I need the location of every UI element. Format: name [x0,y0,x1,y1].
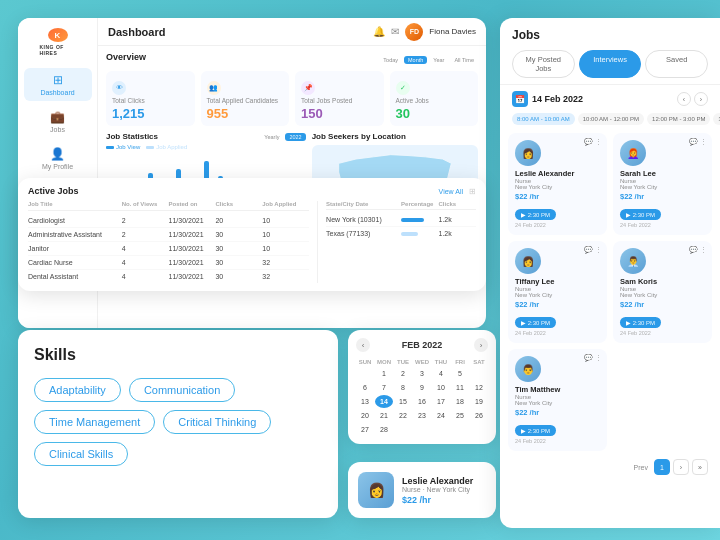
chart-legend: Job View Job Applied [106,144,306,150]
tab-interviews[interactable]: Interviews [579,50,642,78]
date-prev-btn[interactable]: ‹ [677,92,691,106]
card-time-btn[interactable]: ▶ 2:30 PM [620,317,661,328]
cal-day-5[interactable]: 5 [451,367,469,380]
clicks-value: 1,215 [112,106,189,121]
job-stats-header: Job Statistics Yearly 2022 [106,132,306,141]
skill-adaptability[interactable]: Adaptability [34,378,121,402]
time-slot-4[interactable]: 3:00 PM + [713,113,720,125]
cal-day-24[interactable]: 24 [432,409,450,422]
map-title: Job Seekers by Location [312,132,478,141]
filter-year[interactable]: Year [429,56,448,64]
calendar-card: ‹ FEB 2022 › SUN MON TUE WED THU FRI SAT… [348,330,496,444]
card-name: Tim Matthew [515,385,600,394]
cal-day-21[interactable]: 21 [375,409,393,422]
card-date: 24 Feb 2022 [620,222,705,228]
chat-icon[interactable]: 💬 [689,138,698,146]
card-icons: 💬 ⋮ [584,138,602,146]
job-card-row-2: 💬 ⋮ 👩 Tiffany Lee Nurse New York City $2… [508,241,712,343]
cal-day-14[interactable]: 14 [375,395,393,408]
more-icon[interactable]: ⋮ [595,354,602,362]
date-next-btn[interactable]: › [694,92,708,106]
cal-day-7[interactable]: 7 [375,381,393,394]
cal-day-15[interactable]: 15 [394,395,412,408]
cal-day-10[interactable]: 10 [432,381,450,394]
tab-my-posted-jobs[interactable]: My Posted Jobs [512,50,575,78]
skill-communication[interactable]: Communication [129,378,235,402]
cal-next-btn[interactable]: › [474,338,488,352]
card-city: New York City [620,292,705,298]
cal-day-19[interactable]: 19 [470,395,488,408]
more-icon[interactable]: ⋮ [700,246,707,254]
page-2-btn[interactable]: › [673,459,689,475]
cal-day-fri: FRI [451,358,469,366]
chat-icon[interactable]: 💬 [689,246,698,254]
sidebar-item-profile[interactable]: 👤 My Profile [24,142,92,175]
skill-critical-thinking[interactable]: Critical Thinking [163,410,271,434]
year-btn[interactable]: 2022 [285,133,305,141]
sidebar-item-jobs[interactable]: 💼 Jobs [24,105,92,138]
card-city: New York City [515,184,600,190]
time-slot-3[interactable]: 12:00 PM - 3:00 PM [647,113,710,125]
yearly-btn[interactable]: Yearly [260,133,283,141]
card-time-btn[interactable]: ▶ 2:30 PM [515,425,556,436]
jobs-table: Job Title No. of Views Posted on Clicks … [28,201,309,283]
job-card-sarah: 💬 ⋮ 👩‍🦰 Sarah Lee Nurse New York City $2… [613,133,712,235]
sidebar-label-jobs: Jobs [50,126,65,133]
card-time-btn[interactable]: ▶ 2:30 PM [620,209,661,220]
filter-icon[interactable]: ⊞ [469,187,476,196]
cal-day-17[interactable]: 17 [432,395,450,408]
filter-today[interactable]: Today [379,56,402,64]
card-date: 24 Feb 2022 [515,330,600,336]
card-date: 24 Feb 2022 [515,438,600,444]
chat-icon[interactable]: 💬 [584,138,593,146]
card-time-btn[interactable]: ▶ 2:30 PM [515,317,556,328]
sidebar-item-dashboard[interactable]: ⊞ Dashboard [24,68,92,101]
page-1-btn[interactable]: 1 [654,459,670,475]
table-row: Administrative Assistant 2 11/30/2021 30… [28,228,309,242]
tab-saved[interactable]: Saved [645,50,708,78]
view-all-link[interactable]: View All [439,188,463,195]
cal-day-9[interactable]: 9 [413,381,431,394]
chat-icon[interactable]: 💬 [584,246,593,254]
card-rate: $22 /hr [515,192,600,201]
cal-day-6[interactable]: 6 [356,381,374,394]
page-3-btn[interactable]: » [692,459,708,475]
stat-total-clicks: 👁 Total Clicks 1,215 [106,71,195,126]
skill-clinical[interactable]: Clinical Skills [34,442,128,466]
more-icon[interactable]: ⋮ [595,246,602,254]
cal-day-26[interactable]: 26 [470,409,488,422]
cal-day-20[interactable]: 20 [356,409,374,422]
calendar-grid: SUN MON TUE WED THU FRI SAT 1 2 3 4 5 6 … [356,358,488,436]
active-icon: ✓ [396,81,410,95]
cal-day-27[interactable]: 27 [356,423,374,436]
cal-day-13[interactable]: 13 [356,395,374,408]
location-cols: State/City Date Percentage Clicks [326,201,476,210]
mail-icon[interactable]: ✉ [391,26,399,37]
cal-day-18[interactable]: 18 [451,395,469,408]
filter-all[interactable]: All Time [450,56,478,64]
time-slot-1[interactable]: 8:00 AM - 10:00 AM [512,113,575,125]
cal-day-25[interactable]: 25 [451,409,469,422]
bell-icon[interactable]: 🔔 [373,26,385,37]
cal-day-22[interactable]: 22 [394,409,412,422]
cal-prev-btn[interactable]: ‹ [356,338,370,352]
cal-day-16[interactable]: 16 [413,395,431,408]
time-slot-2[interactable]: 10:00 AM - 12:00 PM [578,113,644,125]
more-icon[interactable]: ⋮ [595,138,602,146]
job-card-sam: 💬 ⋮ 👨‍💼 Sam Koris Nurse New York City $2… [613,241,712,343]
cal-day-4[interactable]: 4 [432,367,450,380]
cal-day-8[interactable]: 8 [394,381,412,394]
cal-day-3[interactable]: 3 [413,367,431,380]
skill-time-management[interactable]: Time Management [34,410,155,434]
cal-day-2[interactable]: 2 [394,367,412,380]
cal-day-1[interactable]: 1 [375,367,393,380]
more-icon[interactable]: ⋮ [700,138,707,146]
cal-day-12[interactable]: 12 [470,381,488,394]
cal-day-23[interactable]: 23 [413,409,431,422]
cal-day-11[interactable]: 11 [451,381,469,394]
chat-icon[interactable]: 💬 [584,354,593,362]
card-time-btn[interactable]: ▶ 2:30 PM [515,209,556,220]
cal-day-28[interactable]: 28 [375,423,393,436]
user-name: Fiona Davies [429,27,476,36]
filter-month[interactable]: Month [404,56,427,64]
